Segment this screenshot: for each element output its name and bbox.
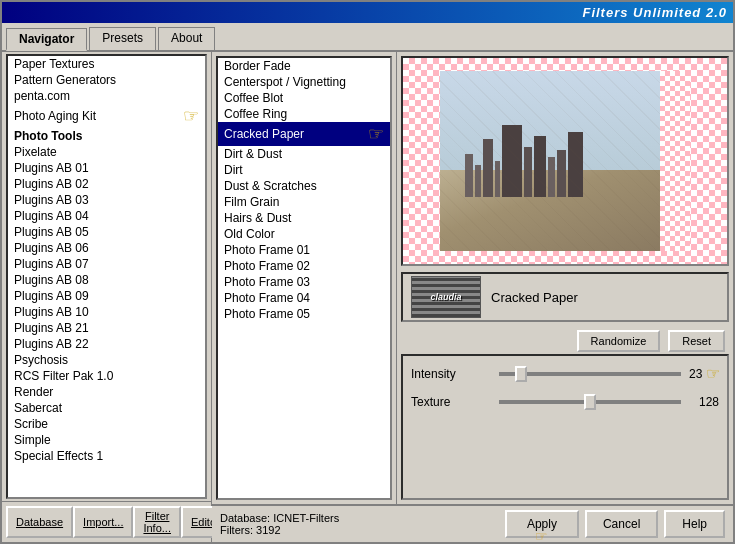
category-item[interactable]: Render — [8, 384, 205, 400]
status-info: Database: ICNET-Filters Filters: 3192 — [220, 512, 505, 536]
category-item[interactable]: Pixelate — [8, 144, 205, 160]
category-item[interactable]: penta.com — [8, 88, 205, 104]
filter-item[interactable]: Border Fade — [218, 58, 390, 74]
randomize-button[interactable]: Randomize — [577, 330, 661, 352]
intensity-track[interactable] — [499, 372, 681, 376]
texture-thumb[interactable] — [584, 394, 596, 410]
filter-name-label: Cracked Paper — [491, 290, 578, 305]
category-item[interactable]: Simple — [8, 432, 205, 448]
filter-item[interactable]: Coffee Blot — [218, 90, 390, 106]
database-status: Database: ICNET-Filters — [220, 512, 505, 524]
app-title: Filters Unlimited 2.0 — [582, 5, 727, 20]
filter-list[interactable]: Border Fade Centerspot / Vignetting Coff… — [216, 56, 392, 500]
texture-value: 128 — [689, 395, 719, 409]
texture-row: Texture 128 — [411, 395, 719, 409]
randomize-reset-bar: Randomize Reset — [401, 328, 729, 354]
help-button[interactable]: Help — [664, 510, 725, 538]
category-item[interactable]: RCS Filter Pak 1.0 — [8, 368, 205, 384]
category-item[interactable]: Plugins AB 03 — [8, 192, 205, 208]
filter-item[interactable]: Photo Frame 04 — [218, 290, 390, 306]
filter-item[interactable]: Dust & Scratches — [218, 178, 390, 194]
title-bar: Filters Unlimited 2.0 — [2, 2, 733, 23]
category-item[interactable]: Paper Textures — [8, 56, 205, 72]
category-item[interactable]: Pattern Generators — [8, 72, 205, 88]
filter-info-bar: claudia Cracked Paper — [401, 272, 729, 322]
main-window: Filters Unlimited 2.0 Navigator Presets … — [0, 0, 735, 544]
sliders-area: Intensity 23 ☞ Texture — [401, 354, 729, 500]
filter-item[interactable]: Coffee Ring — [218, 106, 390, 122]
content-area: Border Fade Centerspot / Vignetting Coff… — [212, 52, 733, 504]
intensity-row: Intensity 23 ☞ — [411, 364, 719, 383]
filter-item[interactable]: Film Grain — [218, 194, 390, 210]
category-item[interactable]: Psychosis — [8, 352, 205, 368]
filter-item[interactable]: Dirt & Dust — [218, 146, 390, 162]
filter-thumb-text: claudia — [430, 292, 461, 302]
right-area: Border Fade Centerspot / Vignetting Coff… — [212, 52, 733, 542]
left-panel: Paper Textures Pattern Generators penta.… — [2, 52, 212, 542]
category-item[interactable]: Photo Tools — [8, 128, 205, 144]
category-item[interactable]: Scribe — [8, 416, 205, 432]
apply-button[interactable]: Apply ☞ — [505, 510, 579, 538]
preview-controls-area: claudia Cracked Paper Randomize Reset — [397, 52, 733, 504]
category-item[interactable]: Plugins AB 21 — [8, 320, 205, 336]
tab-about[interactable]: About — [158, 27, 215, 50]
category-item[interactable]: Plugins AB 02 — [8, 176, 205, 192]
apply-arrow: ☞ — [535, 528, 548, 542]
tab-presets[interactable]: Presets — [89, 27, 156, 50]
bottom-status: Database: ICNET-Filters Filters: 3192 Ap… — [212, 504, 733, 542]
category-item[interactable]: Photo Aging Kit ☞ — [8, 104, 205, 128]
category-item[interactable]: Plugins AB 06 — [8, 240, 205, 256]
arrow-icon: ☞ — [706, 364, 720, 383]
nav-bottom-buttons: Database Import... Filter Info... Editor… — [2, 501, 211, 542]
filter-item[interactable]: Photo Frame 02 — [218, 258, 390, 274]
filter-item[interactable]: Dirt — [218, 162, 390, 178]
action-buttons: Apply ☞ Cancel Help — [505, 510, 725, 538]
category-item[interactable]: Plugins AB 05 — [8, 224, 205, 240]
filter-item[interactable]: Centerspot / Vignetting — [218, 74, 390, 90]
intensity-thumb[interactable] — [515, 366, 527, 382]
category-item[interactable]: Plugins AB 04 — [8, 208, 205, 224]
filters-status: Filters: 3192 — [220, 524, 505, 536]
main-content: Paper Textures Pattern Generators penta.… — [2, 52, 733, 542]
category-list[interactable]: Paper Textures Pattern Generators penta.… — [6, 54, 207, 499]
arrow-icon: ☞ — [183, 105, 199, 127]
filter-info-button[interactable]: Filter Info... — [133, 506, 181, 538]
intensity-value: 23 ☞ — [689, 364, 719, 383]
filter-item[interactable]: Photo Frame 05 — [218, 306, 390, 322]
category-item[interactable]: Plugins AB 10 — [8, 304, 205, 320]
reset-button[interactable]: Reset — [668, 330, 725, 352]
category-item[interactable]: Plugins AB 01 — [8, 160, 205, 176]
category-item[interactable]: Plugins AB 07 — [8, 256, 205, 272]
filter-item[interactable]: Photo Frame 01 — [218, 242, 390, 258]
tab-bar: Navigator Presets About — [2, 23, 733, 52]
filter-item[interactable]: Hairs & Dust — [218, 210, 390, 226]
filter-thumbnail: claudia — [411, 276, 481, 318]
texture-track[interactable] — [499, 400, 681, 404]
filter-item[interactable]: Old Color — [218, 226, 390, 242]
category-item[interactable]: Plugins AB 09 — [8, 288, 205, 304]
database-button[interactable]: Database — [6, 506, 73, 538]
preview-area — [401, 56, 729, 266]
category-item[interactable]: Plugins AB 22 — [8, 336, 205, 352]
texture-label: Texture — [411, 395, 491, 409]
category-item[interactable]: Sabercat — [8, 400, 205, 416]
preview-image — [440, 71, 690, 251]
category-item[interactable]: Special Effects 1 — [8, 448, 205, 464]
cancel-button[interactable]: Cancel — [585, 510, 658, 538]
arrow-icon: ☞ — [368, 123, 384, 145]
filter-item[interactable]: Cracked Paper ☞ — [218, 122, 390, 146]
tab-navigator[interactable]: Navigator — [6, 28, 87, 51]
filter-column: Border Fade Centerspot / Vignetting Coff… — [212, 52, 397, 504]
intensity-label: Intensity — [411, 367, 491, 381]
category-item[interactable]: Plugins AB 08 — [8, 272, 205, 288]
import-button[interactable]: Import... — [73, 506, 133, 538]
filter-item[interactable]: Photo Frame 03 — [218, 274, 390, 290]
